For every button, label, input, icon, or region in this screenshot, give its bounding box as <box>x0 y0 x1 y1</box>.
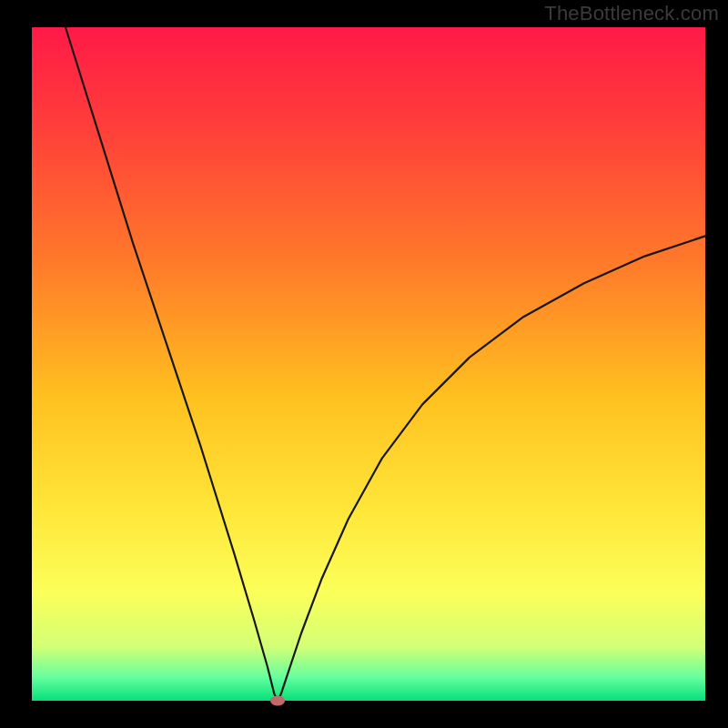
chart-frame: TheBottleneck.com <box>0 0 728 728</box>
bottleneck-chart <box>0 0 728 728</box>
plot-background <box>32 27 705 701</box>
optimum-marker <box>270 695 285 705</box>
